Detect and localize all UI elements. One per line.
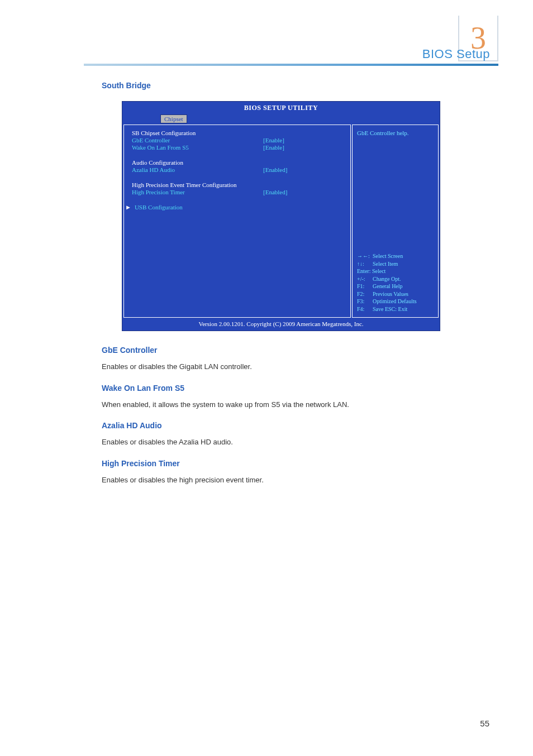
hpet-value: [Enabled] — [263, 189, 342, 195]
usb-config-label: USB Configuration — [135, 204, 183, 210]
azalia-value: [Enabled] — [263, 166, 342, 173]
wol-text: When enabled, it allows the system to wa… — [102, 399, 460, 410]
key-previous: Previous Values — [373, 290, 408, 298]
key-f3: F3: — [357, 298, 373, 305]
bios-utility-title: BIOS SETUP UTILITY — [122, 102, 440, 114]
section-title: South Bridge — [102, 81, 460, 90]
gbe-text: Enables or disables the Gigabit LAN cont… — [102, 361, 460, 372]
gbe-heading: GbE Controller — [102, 346, 460, 355]
key-optimized: Optimized Defaults — [373, 298, 417, 305]
bios-tab-bar: Chipset — [122, 114, 440, 123]
wol-heading: Wake On Lan From S5 — [102, 384, 460, 393]
audio-config-header: Audio Configuration — [132, 159, 263, 166]
bios-main-panel: SB Chipset Configuration GbE Controller … — [123, 125, 351, 318]
key-select-screen: Select Screen — [373, 252, 403, 260]
hpet-config-header: High Precision Event Timer Configuration — [132, 181, 237, 188]
sb-config-header: SB Chipset Configuration — [132, 130, 263, 136]
bios-screenshot: BIOS SETUP UTILITY Chipset SB Chipset Co… — [122, 101, 440, 331]
breadcrumb: BIOS Setup — [422, 47, 490, 61]
key-f1: F1: — [357, 283, 373, 290]
azalia-label: Azalia HD Audio — [132, 166, 263, 173]
wol-label: Wake On Lan From S5 — [132, 144, 263, 151]
key-enter: Enter: Select — [357, 267, 386, 275]
gbe-controller-label: GbE Controller — [132, 137, 263, 143]
key-general: General Help — [373, 283, 403, 290]
bios-help-panel: GbE Controller help. →←:Select Screen ↑↓… — [352, 125, 439, 318]
key-f2: F2: — [357, 290, 373, 298]
bios-help-text: GbE Controller help. — [357, 130, 434, 252]
bios-footer: Version 2.00.1201. Copyright (C) 2009 Am… — [122, 319, 440, 331]
bios-key-legend: →←:Select Screen ↑↓:Select Item Enter: S… — [357, 252, 434, 313]
page-header: BIOS Setup — [84, 21, 498, 66]
hpet-heading: High Precision Timer — [102, 459, 460, 468]
arrow-lr-icon: →←: — [357, 252, 373, 260]
gbe-controller-value: [Enable] — [263, 137, 342, 143]
submenu-arrow-icon: ► — [125, 204, 131, 210]
key-change: Change Opt. — [373, 275, 401, 283]
azalia-text: Enables or disables the Azalia HD audio. — [102, 437, 460, 448]
bios-body: SB Chipset Configuration GbE Controller … — [122, 123, 440, 319]
key-select-item: Select Item — [373, 260, 398, 268]
arrow-ud-icon: ↑↓: — [357, 260, 373, 268]
hpet-text: Enables or disables the high precision e… — [102, 475, 460, 486]
key-plusminus-icon: +/-: — [357, 275, 373, 283]
wol-value: [Enable] — [263, 144, 342, 151]
azalia-heading: Azalia HD Audio — [102, 421, 460, 430]
key-f4: F4: — [357, 305, 373, 313]
page-number: 55 — [480, 719, 489, 728]
bios-tab-chipset: Chipset — [160, 114, 187, 123]
key-save: Save ESC: Exit — [373, 305, 407, 313]
main-content: South Bridge BIOS SETUP UTILITY Chipset … — [102, 81, 460, 487]
hpet-label: High Precision Timer — [132, 189, 263, 195]
header-divider — [84, 64, 498, 66]
